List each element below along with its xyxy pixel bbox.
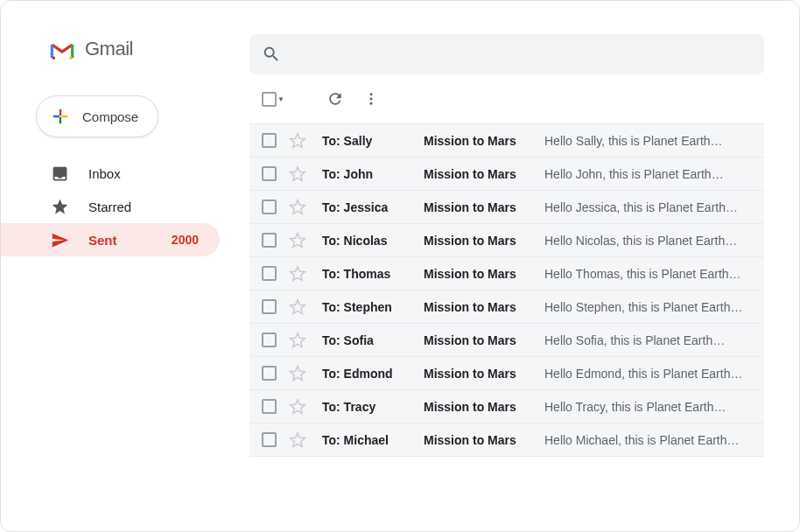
mail-snippet: Hello Michael, this is Planet Earth…	[544, 433, 764, 447]
chevron-down-icon: ▼	[277, 95, 284, 103]
mail-subject: Mission to Mars	[424, 333, 544, 347]
mail-snippet: Hello Stephen, this is Planet Earth…	[544, 300, 764, 314]
checkbox-icon[interactable]	[262, 332, 277, 347]
send-icon	[50, 230, 69, 249]
checkbox-icon[interactable]	[262, 299, 277, 314]
select-all-checkbox[interactable]: ▼	[262, 92, 284, 107]
sidebar: Gmail Compose Inbox	[1, 1, 227, 531]
mail-row[interactable]: To: NicolasMission to MarsHello Nicolas,…	[249, 224, 764, 257]
mail-snippet: Hello Nicolas, this is Planet Earth…	[544, 234, 764, 248]
mail-subject: Mission to Mars	[424, 300, 544, 314]
mail-recipient: To: Edmond	[322, 367, 424, 381]
mail-row[interactable]: To: StephenMission to MarsHello Stephen,…	[249, 290, 764, 324]
mail-snippet: Hello Edmond, this is Planet Earth…	[544, 367, 764, 381]
mail-snippet: Hello Sally, this is Planet Earth…	[544, 134, 764, 148]
mail-row[interactable]: To: MichaelMission to MarsHello Michael,…	[249, 424, 764, 457]
nav-label: Starred	[88, 200, 199, 214]
mail-recipient: To: Nicolas	[322, 234, 424, 248]
mail-subject: Mission to Mars	[424, 367, 544, 381]
svg-point-9	[369, 98, 372, 101]
mail-subject: Mission to Mars	[424, 200, 544, 214]
star-outline-icon[interactable]	[289, 265, 306, 283]
main-panel: ▼ To: SallyMission to MarsHello Sally, t…	[227, 1, 799, 531]
mail-subject: Mission to Mars	[424, 134, 544, 148]
mail-list: To: SallyMission to MarsHello Sally, thi…	[249, 123, 764, 457]
nav-label: Inbox	[88, 166, 199, 181]
mail-recipient: To: Thomas	[322, 267, 424, 281]
mail-row[interactable]: To: JohnMission to MarsHello John, this …	[249, 158, 764, 191]
more-menu-button[interactable]	[363, 91, 379, 107]
app-title: Gmail	[85, 38, 133, 60]
checkbox-icon[interactable]	[262, 266, 277, 281]
mail-snippet: Hello Thomas, this is Planet Earth…	[544, 267, 764, 281]
gmail-logo-icon	[50, 41, 74, 60]
mail-subject: Mission to Mars	[424, 267, 544, 281]
mail-recipient: To: John	[322, 167, 424, 181]
mail-recipient: To: Michael	[322, 433, 424, 447]
star-outline-icon[interactable]	[289, 132, 306, 150]
nav-count: 2000	[172, 233, 199, 247]
mail-row[interactable]: To: TracyMission to MarsHello Tracy, thi…	[249, 390, 764, 424]
mail-subject: Mission to Mars	[424, 433, 544, 447]
mail-snippet: Hello Sofia, this is Planet Earth…	[544, 333, 764, 347]
checkbox-icon[interactable]	[262, 366, 277, 381]
mail-snippet: Hello John, this is Planet Earth…	[544, 167, 764, 181]
nav-item-sent[interactable]: Sent 2000	[1, 223, 220, 256]
mail-recipient: To: Sally	[322, 134, 424, 148]
star-outline-icon[interactable]	[289, 298, 306, 316]
nav-list: Inbox Starred Sent 2000	[1, 157, 227, 256]
mail-snippet: Hello Jessica, this is Planet Earth…	[544, 200, 764, 214]
star-outline-icon[interactable]	[289, 365, 306, 382]
checkbox-icon[interactable]	[262, 166, 277, 181]
star-outline-icon[interactable]	[289, 398, 306, 416]
checkbox-icon[interactable]	[262, 133, 277, 148]
mail-row[interactable]: To: ThomasMission to MarsHello Thomas, t…	[249, 257, 764, 290]
app-logo-row: Gmail	[1, 38, 227, 60]
mail-row[interactable]: To: SofiaMission to MarsHello Sofia, thi…	[249, 324, 764, 357]
mail-subject: Mission to Mars	[424, 400, 544, 414]
mail-recipient: To: Tracy	[322, 400, 424, 414]
mail-row[interactable]: To: JessicaMission to MarsHello Jessica,…	[249, 191, 764, 224]
star-outline-icon[interactable]	[289, 431, 306, 449]
svg-point-8	[369, 93, 372, 95]
plus-icon	[51, 107, 70, 126]
nav-item-inbox[interactable]: Inbox	[1, 157, 220, 190]
star-outline-icon[interactable]	[289, 332, 306, 349]
checkbox-icon	[262, 92, 277, 107]
star-filled-icon	[50, 197, 69, 216]
mail-row[interactable]: To: EdmondMission to MarsHello Edmond, t…	[249, 357, 764, 390]
star-outline-icon[interactable]	[289, 232, 306, 249]
nav-item-starred[interactable]: Starred	[1, 190, 220, 223]
mail-recipient: To: Jessica	[322, 200, 424, 214]
compose-button[interactable]: Compose	[36, 95, 158, 137]
mail-subject: Mission to Mars	[424, 234, 544, 248]
star-outline-icon[interactable]	[289, 199, 306, 216]
svg-point-10	[369, 102, 372, 105]
mail-recipient: To: Stephen	[322, 300, 424, 314]
toolbar: ▼	[249, 74, 764, 123]
checkbox-icon[interactable]	[262, 233, 277, 248]
mail-row[interactable]: To: SallyMission to MarsHello Sally, thi…	[249, 124, 764, 158]
mail-subject: Mission to Mars	[424, 167, 544, 181]
refresh-button[interactable]	[326, 90, 344, 108]
search-bar[interactable]	[249, 34, 764, 74]
compose-label: Compose	[82, 109, 138, 124]
star-outline-icon[interactable]	[289, 165, 306, 183]
nav-label: Sent	[88, 233, 172, 248]
search-icon	[262, 45, 281, 64]
mail-recipient: To: Sofia	[322, 333, 424, 347]
checkbox-icon[interactable]	[262, 200, 277, 214]
mail-snippet: Hello Tracy, this is Planet Earth…	[544, 400, 764, 414]
inbox-icon	[50, 164, 69, 183]
checkbox-icon[interactable]	[262, 399, 277, 414]
checkbox-icon[interactable]	[262, 432, 277, 447]
